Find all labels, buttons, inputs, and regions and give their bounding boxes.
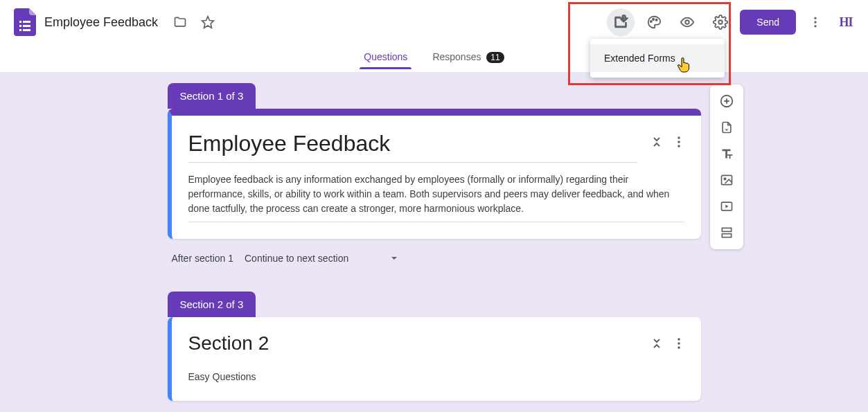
svg-rect-1 [23, 21, 30, 23]
svg-point-10 [686, 20, 690, 24]
chevron-down-icon [390, 254, 398, 262]
send-button[interactable]: Send [740, 10, 796, 35]
form-canvas: Section 1 of 3 Employee Feedback Employe… [0, 72, 868, 412]
svg-point-23 [724, 178, 726, 180]
customize-theme-icon[interactable] [640, 8, 668, 36]
collapse-icon[interactable] [651, 135, 662, 149]
section-card-1[interactable]: Employee Feedback Employee feedback is a… [168, 109, 701, 239]
preview-icon[interactable] [673, 8, 701, 36]
forms-logo[interactable] [11, 8, 39, 36]
section-chip-1: Section 1 of 3 [168, 83, 256, 109]
add-question-icon[interactable] [714, 89, 739, 114]
header-right: Send HI [607, 8, 857, 36]
after-section-row: After section 1 Continue to next section [168, 239, 701, 292]
svg-point-20 [677, 346, 680, 349]
settings-icon[interactable] [707, 8, 734, 36]
tab-responses[interactable]: Responses 11 [424, 47, 512, 70]
add-section-icon[interactable] [714, 220, 739, 245]
svg-rect-26 [722, 234, 731, 238]
form-title[interactable]: Employee Feedback [44, 15, 158, 30]
section-more-icon[interactable] [673, 135, 684, 149]
svg-point-17 [677, 145, 680, 147]
svg-point-11 [719, 20, 723, 24]
addons-dropdown: Extended Forms [590, 39, 725, 78]
section-title-1[interactable]: Employee Feedback [188, 131, 637, 163]
svg-marker-6 [202, 17, 214, 28]
svg-point-16 [677, 141, 680, 143]
svg-point-14 [814, 25, 816, 27]
section-description-2[interactable]: Easy Questions [188, 360, 684, 384]
section-chip-2: Section 2 of 3 [168, 292, 256, 317]
more-icon[interactable] [801, 8, 829, 36]
section-description-1[interactable]: Employee feedback is any information exc… [188, 163, 684, 222]
svg-rect-25 [722, 228, 731, 231]
svg-point-12 [814, 17, 816, 19]
move-to-folder-icon[interactable] [166, 8, 194, 36]
svg-rect-2 [19, 25, 21, 27]
response-count-badge: 11 [486, 52, 504, 63]
tab-questions[interactable]: Questions [355, 47, 416, 69]
add-image-icon[interactable] [714, 168, 739, 192]
tabs-bar: Questions Responses 11 [0, 44, 868, 72]
svg-point-15 [677, 136, 680, 139]
svg-rect-3 [23, 25, 30, 27]
addons-icon[interactable] [607, 8, 635, 36]
svg-point-8 [653, 19, 654, 20]
section-more-icon[interactable] [673, 337, 684, 350]
after-section-dropdown[interactable]: Continue to next section [245, 253, 398, 264]
avatar[interactable]: HI [835, 11, 857, 33]
section-card-2[interactable]: Section 2 Easy Questions [168, 317, 701, 401]
add-video-icon[interactable] [714, 194, 739, 219]
addon-extended-forms[interactable]: Extended Forms [590, 44, 725, 72]
svg-point-19 [677, 342, 680, 345]
import-questions-icon[interactable] [714, 115, 739, 140]
svg-point-13 [814, 21, 816, 23]
add-title-icon[interactable] [714, 141, 739, 166]
tab-responses-label: Responses [432, 51, 481, 62]
svg-point-7 [650, 21, 652, 22]
collapse-icon[interactable] [651, 337, 662, 350]
after-section-value: Continue to next section [245, 253, 348, 264]
star-icon[interactable] [194, 8, 222, 36]
after-section-label: After section 1 [172, 253, 234, 264]
svg-point-9 [656, 19, 657, 21]
svg-rect-4 [19, 29, 21, 31]
svg-rect-5 [23, 29, 30, 31]
question-toolbar [710, 84, 743, 249]
section-title-2[interactable]: Section 2 [188, 332, 637, 360]
app-header: Employee Feedback Send HI [0, 0, 868, 44]
svg-point-18 [677, 338, 680, 341]
svg-rect-0 [19, 21, 21, 23]
